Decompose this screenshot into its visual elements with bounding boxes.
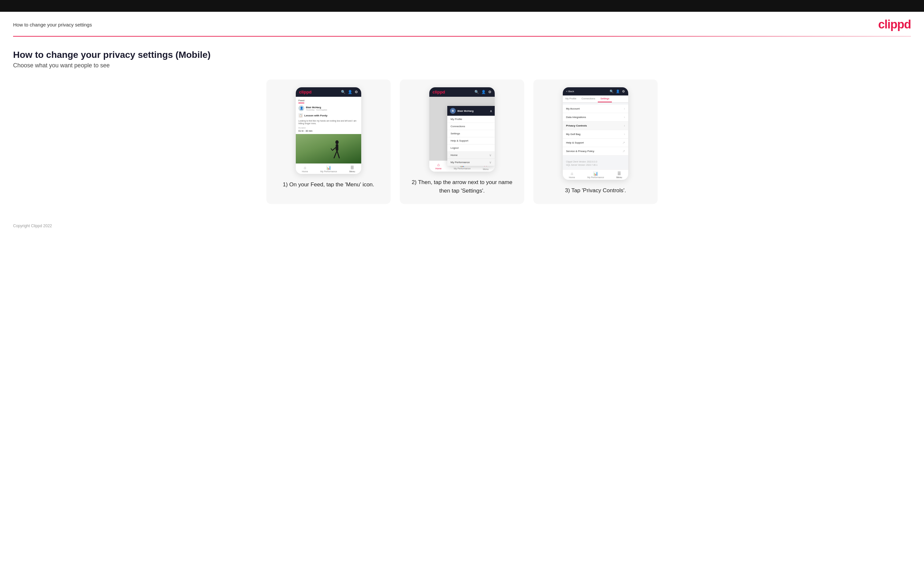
lesson-desc: Looking to feel like my hands are exitin… (299, 120, 359, 125)
settings-icon: ⚙ (488, 90, 491, 94)
nav-section-home: Home ∨ (447, 152, 495, 159)
user-icon-3: 👤 (616, 90, 620, 93)
step-3-caption: 3) Tap 'Privacy Controls'. (565, 186, 626, 195)
dropdown-username: Blair McHarg (457, 110, 473, 113)
avatar: 👤 (299, 105, 304, 111)
row-help-support: Help & Support ↗ (563, 139, 628, 147)
breadcrumb: How to change your privacy settings (13, 22, 92, 27)
user-name: Blair McHarg (306, 106, 327, 109)
search-icon-3: 🔍 (609, 90, 614, 93)
nav-performance-label: My Performance (320, 170, 337, 172)
nav-performance-label-2: My Performance (454, 168, 470, 170)
help-support-label: Help & Support (566, 141, 584, 144)
step-2-caption: 2) Then, tap the arrow next to your name… (406, 178, 518, 195)
golf-image (296, 134, 361, 163)
phone2-nav: clippd 🔍 👤 ⚙ (429, 87, 495, 97)
page-subheading: Choose what you want people to see (13, 62, 911, 69)
settings-icon-3: ⚙ (622, 90, 625, 93)
phone1-content: Feed 👤 Blair McHarg Yesterday · Sunningd… (296, 97, 361, 134)
nav-performance-3: 📊 My Performance (587, 171, 604, 179)
svg-line-2 (334, 151, 337, 158)
lesson-row: 📋 Lesson with Fordy (299, 113, 359, 118)
phone1-logo: clippd (299, 90, 312, 95)
step-1-caption: 1) On your Feed, tap the 'Menu' icon. (283, 181, 374, 189)
chevron-down-icon: ∨ (489, 153, 491, 157)
nav-home-label-2: Home (436, 168, 442, 170)
external-link-icon: ↗ (622, 141, 625, 145)
chevron-right-icon: › (624, 107, 625, 111)
nav-performance-label: My Performance (451, 161, 470, 164)
dropdown-connections: Connections (447, 123, 495, 130)
footer: Copyright Clippd 2022 (0, 211, 924, 235)
phone2-logo: clippd (433, 90, 445, 95)
row-my-golf-bag: My Golf Bag › (563, 130, 628, 139)
chevron-right-icon-2: › (624, 115, 625, 119)
step-3-card: < Back 🔍 👤 ⚙ My Profile Connections Sett… (533, 79, 657, 204)
nav-home-label: Home (302, 170, 308, 172)
lesson-icon: 📋 (299, 113, 303, 118)
phone1-nav: clippd 🔍 👤 ⚙ (296, 87, 361, 97)
nav-section-performance: My Performance ∨ (447, 159, 495, 166)
chevron-right-icon-3: › (624, 124, 625, 127)
clippd-logo: clippd (878, 18, 911, 31)
back-button: < Back (566, 90, 574, 93)
dropdown-header: B Blair McHarg ∧ (447, 106, 495, 116)
tab-settings: Settings (598, 95, 612, 102)
lesson-title: Lesson with Fordy (304, 114, 328, 117)
menu-icon-3: ☰ (617, 171, 621, 176)
chevron-right-icon-4: › (624, 132, 625, 136)
phone2-bg: B Blair McHarg ∧ My Profile Connections … (429, 97, 495, 161)
dropdown-help: Help & Support (447, 137, 495, 145)
home-icon-3: ⌂ (571, 171, 573, 176)
tab-connections: Connections (579, 95, 598, 102)
phone3-bottom-nav: ⌂ Home 📊 My Performance ☰ Menu (563, 169, 628, 180)
dropdown-avatar: B (450, 108, 456, 114)
settings-tabs: My Profile Connections Settings (563, 95, 628, 103)
chevron-down-icon-2: ∨ (489, 161, 491, 164)
user-icon: 👤 (481, 90, 486, 94)
phone2-icons: 🔍 👤 ⚙ (475, 90, 491, 94)
settings-icon: ⚙ (355, 90, 358, 94)
performance-icon-3: 📊 (593, 171, 598, 176)
version-line-1: Clippd Client Version: 2022.8.3-3 (566, 160, 625, 163)
duration-value: 01 hr : 30 min (299, 130, 359, 132)
dropdown-arrow-icon: ∧ (490, 109, 492, 113)
nav-home: ⌂ Home (302, 165, 308, 172)
nav-menu: ☰ Menu (349, 165, 355, 172)
svg-line-3 (337, 151, 339, 158)
nav-home-label-3: Home (569, 176, 575, 179)
nav-performance-label-3: My Performance (587, 176, 604, 179)
nav-menu-3: ☰ Menu (616, 171, 622, 179)
nav-menu-label-3: Menu (616, 176, 622, 179)
nav-home-3: ⌂ Home (569, 171, 575, 179)
row-my-account: My Account › (563, 105, 628, 113)
dropdown-user: B Blair McHarg (450, 108, 473, 114)
service-privacy-label: Service & Privacy Policy (566, 150, 594, 153)
home-icon: ⌂ (304, 165, 306, 170)
page-heading: How to change your privacy settings (Mob… (13, 50, 911, 60)
feed-label: Feed (299, 99, 304, 103)
phone-mockup-1: clippd 🔍 👤 ⚙ Feed 👤 Blair McHarg (296, 87, 361, 174)
home-icon-2: ⌂ (437, 163, 439, 167)
version-info: Clippd Client Version: 2022.8.3-3 GQL Se… (563, 158, 628, 169)
steps-container: clippd 🔍 👤 ⚙ Feed 👤 Blair McHarg (13, 79, 911, 204)
duration-label: Duration (299, 127, 359, 129)
phone-mockup-2: clippd 🔍 👤 ⚙ B Blair (429, 87, 495, 172)
tab-my-profile: My Profile (563, 95, 579, 102)
feed-user: 👤 Blair McHarg Yesterday · Sunningdale (299, 105, 359, 111)
row-service-privacy: Service & Privacy Policy ↗ (563, 147, 628, 156)
row-privacy-controls: Privacy Controls › (563, 122, 628, 130)
dropdown-menu: B Blair McHarg ∧ My Profile Connections … (447, 106, 495, 166)
phone1-icons: 🔍 👤 ⚙ (341, 90, 358, 94)
search-icon: 🔍 (475, 90, 479, 94)
phone-mockup-3: < Back 🔍 👤 ⚙ My Profile Connections Sett… (563, 87, 628, 180)
nav-home-2: ⌂ Home (436, 163, 442, 170)
main-content: How to change your privacy settings (Mob… (0, 37, 924, 211)
step-2-card: clippd 🔍 👤 ⚙ B Blair (400, 79, 524, 204)
user-date: Yesterday · Sunningdale (306, 109, 327, 111)
version-line-2: GQL Server Version: 2022.7.30-1 (566, 163, 625, 167)
external-link-icon-2: ↗ (622, 149, 625, 153)
data-integrations-label: Data Integrations (566, 116, 586, 119)
dropdown-settings: Settings (447, 130, 495, 137)
golfer-silhouette (331, 140, 343, 163)
